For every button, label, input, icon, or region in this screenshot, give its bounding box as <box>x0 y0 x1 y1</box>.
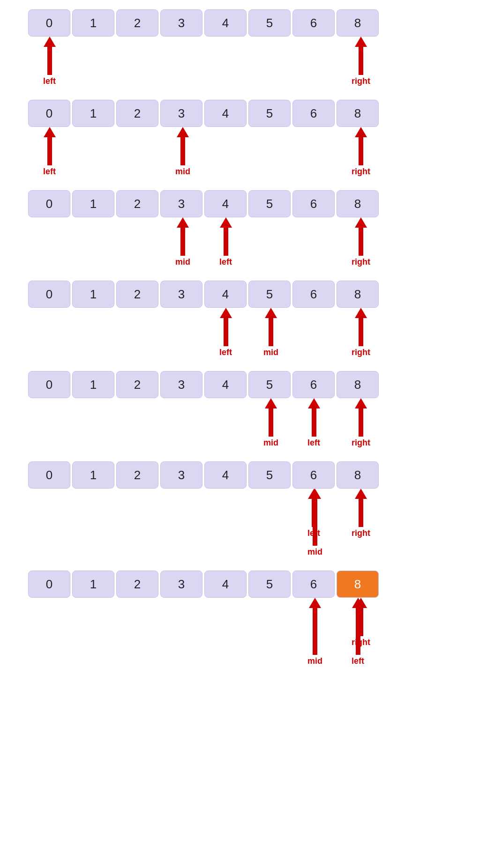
arrow-icon <box>355 598 361 655</box>
cell-4-1: 1 <box>72 281 114 308</box>
cell-2-5: 5 <box>248 100 291 127</box>
array-row-2: 01234568 <box>28 100 493 127</box>
cell-4-5: 5 <box>248 281 291 308</box>
arrow-icon <box>223 217 229 256</box>
step-7: 01234568rightmidleft <box>9 571 493 666</box>
cell-2-2: 2 <box>116 100 158 127</box>
cell-1-3: 3 <box>160 9 202 37</box>
arrow-icon <box>358 398 364 437</box>
label-mid: mid <box>175 257 190 267</box>
cell-1-6: 6 <box>292 9 335 37</box>
pointer-left-step7: left <box>352 598 364 666</box>
pointer-left-step5: left <box>307 398 320 448</box>
arrow-icon <box>223 308 229 346</box>
cell-6-6: 6 <box>292 461 335 489</box>
cell-5-4: 4 <box>204 371 247 398</box>
step-4: 01234568leftmidright <box>9 281 493 357</box>
cell-5-1: 1 <box>72 371 114 398</box>
arrow-icon <box>358 489 364 527</box>
label-mid: mid <box>307 656 322 666</box>
pointer-mid-step2: mid <box>175 127 190 177</box>
cell-1-1: 1 <box>72 9 114 37</box>
cell-6-5: 5 <box>248 461 291 489</box>
array-row-6: 01234568 <box>28 461 493 489</box>
cell-5-0: 0 <box>28 371 70 398</box>
cell-5-7: 8 <box>337 371 379 398</box>
cell-3-7: 8 <box>337 190 379 217</box>
label-left: left <box>307 438 320 448</box>
step-3: 01234568midleftright <box>9 190 493 267</box>
cell-4-4: 4 <box>204 281 247 308</box>
cell-2-0: 0 <box>28 100 70 127</box>
label-left: left <box>43 167 56 177</box>
cell-2-7: 8 <box>337 100 379 127</box>
arrow-icon <box>312 598 318 655</box>
pointer-right-step3: right <box>352 217 370 267</box>
cell-3-1: 1 <box>72 190 114 217</box>
pointer-left-step1: left <box>43 37 56 86</box>
pointer-right-step1: right <box>352 37 370 86</box>
arrow-icon <box>358 308 364 346</box>
cell-7-3: 3 <box>160 571 202 598</box>
label-mid: mid <box>263 438 278 448</box>
step-2: 01234568leftmidright <box>9 100 493 176</box>
cell-7-2: 2 <box>116 571 158 598</box>
cell-6-4: 4 <box>204 461 247 489</box>
cell-4-6: 6 <box>292 281 335 308</box>
pointer-mid-step6: mid <box>307 489 322 557</box>
cell-4-7: 8 <box>337 281 379 308</box>
label-right: right <box>352 76 370 86</box>
pointers-area-5: midleftright <box>28 398 396 447</box>
cell-3-4: 4 <box>204 190 247 217</box>
arrow-icon <box>358 127 364 165</box>
arrow-icon <box>180 217 186 256</box>
cell-7-5: 5 <box>248 571 291 598</box>
array-row-5: 01234568 <box>28 371 493 398</box>
cell-2-1: 1 <box>72 100 114 127</box>
label-mid: mid <box>307 547 322 557</box>
label-right: right <box>352 438 370 448</box>
cell-6-0: 0 <box>28 461 70 489</box>
label-right: right <box>352 528 370 538</box>
cell-3-3: 3 <box>160 190 202 217</box>
arrow-icon <box>311 398 317 437</box>
array-row-1: 01234568 <box>28 9 493 37</box>
pointer-right-step5: right <box>352 398 370 448</box>
pointer-mid-step5: mid <box>263 398 278 448</box>
pointer-right-step6: right <box>352 489 370 538</box>
arrow-icon <box>358 37 364 75</box>
pointer-left-step3: left <box>219 217 232 267</box>
pointers-area-2: leftmidright <box>28 127 396 176</box>
pointers-area-3: midleftright <box>28 217 396 267</box>
pointer-right-step2: right <box>352 127 370 177</box>
arrow-icon <box>312 489 318 546</box>
diagram-container: 01234568leftright01234568leftmidright012… <box>9 9 493 680</box>
pointer-left-step4: left <box>219 308 232 357</box>
array-row-4: 01234568 <box>28 281 493 308</box>
array-row-3: 01234568 <box>28 190 493 217</box>
cell-6-2: 2 <box>116 461 158 489</box>
cell-4-0: 0 <box>28 281 70 308</box>
pointer-mid-step4: mid <box>263 308 278 357</box>
cell-1-5: 5 <box>248 9 291 37</box>
cell-2-3: 3 <box>160 100 202 127</box>
cell-1-2: 2 <box>116 9 158 37</box>
cell-7-7: 8 <box>337 571 379 598</box>
arrow-icon <box>180 127 186 165</box>
label-right: right <box>352 257 370 267</box>
label-left: left <box>219 348 232 357</box>
label-mid: mid <box>263 348 278 357</box>
pointer-mid-step7: mid <box>307 598 322 666</box>
pointers-area-6: leftrightmid <box>28 489 396 556</box>
step-5: 01234568midleftright <box>9 371 493 447</box>
label-right: right <box>352 348 370 357</box>
cell-4-2: 2 <box>116 281 158 308</box>
step-1: 01234568leftright <box>9 9 493 86</box>
cell-3-5: 5 <box>248 190 291 217</box>
label-left: left <box>43 76 56 86</box>
cell-7-4: 4 <box>204 571 247 598</box>
arrow-icon <box>47 127 52 165</box>
label-left: left <box>219 257 232 267</box>
cell-3-2: 2 <box>116 190 158 217</box>
cell-5-5: 5 <box>248 371 291 398</box>
